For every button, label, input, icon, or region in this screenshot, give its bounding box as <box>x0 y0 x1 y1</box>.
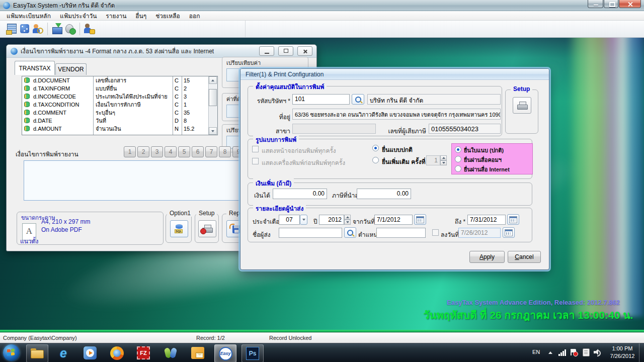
volume-icon[interactable] <box>594 349 602 355</box>
menu-daily-files[interactable]: แฟ้มประจำวัน <box>55 11 101 21</box>
search-icon <box>355 97 361 103</box>
user-search-toolbar-button[interactable] <box>31 22 45 36</box>
language-indicator[interactable]: EN <box>532 349 540 355</box>
list-scrollbar[interactable] <box>208 76 217 135</box>
surcharge-tax-input[interactable]: 0.00 <box>357 189 411 199</box>
tray-clock-date[interactable]: 7/26/2012 <box>606 353 639 359</box>
position-input[interactable] <box>376 228 426 238</box>
toolbar <box>0 21 644 38</box>
taskbar-ie-button[interactable]: e <box>53 344 74 361</box>
surcharge-group: เงินเพิ่ม (ถ้ามี) เงินได้ 0.00 ภาษีที่นำ… <box>248 183 532 206</box>
page-button-8[interactable]: 8 <box>219 146 231 157</box>
taskbar-outlook-button[interactable] <box>187 344 208 361</box>
money-toolbar-button[interactable] <box>63 22 77 36</box>
db-field-icon <box>24 102 30 107</box>
page-button-6[interactable]: 6 <box>192 146 204 157</box>
year-spinner[interactable] <box>344 215 351 225</box>
additional-count-field[interactable]: 1 <box>426 155 440 165</box>
sender-search-button[interactable] <box>344 227 356 238</box>
menu-master-files[interactable]: แฟ้มทะเบียนหลัก <box>2 11 55 21</box>
month-dropdown[interactable]: 07 <box>279 215 300 225</box>
scroll-thumb[interactable] <box>209 89 217 106</box>
show-desktop-divider[interactable] <box>639 343 639 362</box>
company-toolbar-button[interactable] <box>5 22 19 36</box>
field-name: d.INCOMECODE <box>33 93 76 101</box>
column-divider <box>182 76 182 135</box>
company-code-input[interactable]: 101 <box>292 94 350 105</box>
company-search-button[interactable] <box>352 94 364 105</box>
key-icon <box>37 28 43 34</box>
minimize-button[interactable] <box>588 0 603 8</box>
taskbar-filezilla-button[interactable]: FZ <box>133 344 154 361</box>
submit-normal-radio[interactable] <box>372 145 379 151</box>
apply-button[interactable]: Apply <box>469 251 505 263</box>
list-item[interactable]: d.INCOMECODE ประเภทเงินได้พึงประเมินที่จ… <box>22 93 217 101</box>
month-dropdown-button[interactable] <box>300 215 307 225</box>
sql-option-button[interactable]: SQL <box>170 220 188 237</box>
taskbar-photoshop-button[interactable]: Ps <box>242 344 264 362</box>
income-input[interactable]: 0.00 <box>273 189 327 199</box>
printer-setup-button[interactable] <box>198 220 216 237</box>
page-button-1[interactable]: 1 <box>124 146 136 157</box>
via-media-radio[interactable] <box>455 156 461 162</box>
import-toolbar-button[interactable] <box>50 22 64 36</box>
submit-additional-radio[interactable] <box>372 157 379 163</box>
printer-dialog-checkbox[interactable] <box>252 158 259 164</box>
menu-reports[interactable]: รายงาน <box>101 11 131 21</box>
tray-clock-time[interactable]: 1:00 PM <box>606 345 639 351</box>
list-item[interactable]: d.TAXCONDITION เงื่อนไขการหักภาษี C 1 <box>22 101 217 109</box>
cancel-button[interactable]: Cancel <box>508 251 541 263</box>
menu-exit[interactable]: ออก <box>185 11 205 21</box>
to-date-calendar-button[interactable] <box>507 214 519 225</box>
printer-setup-button[interactable] <box>513 97 531 114</box>
sender-input[interactable] <box>279 228 342 238</box>
scroll-down-button[interactable] <box>209 127 217 135</box>
additional-count-spinner[interactable] <box>440 155 447 165</box>
sign-date-calendar-button[interactable] <box>503 227 515 238</box>
window-minimize-button[interactable] <box>259 46 274 56</box>
page-button-2[interactable]: 2 <box>137 146 149 157</box>
taskbar-firefox-button[interactable] <box>106 344 127 361</box>
attachment-normal-radio[interactable] <box>455 146 461 153</box>
page-button-5[interactable]: 5 <box>178 146 190 157</box>
hidden-icons-chevron[interactable] <box>548 351 552 354</box>
taskbar-easytax-button[interactable]: Easy <box>214 344 236 362</box>
tab-vendor[interactable]: VENDOR <box>55 63 87 75</box>
menu-others[interactable]: อื่นๆ <box>131 11 151 21</box>
maximize-button[interactable] <box>604 0 618 8</box>
menu-help[interactable]: ช่วยเหลือ <box>151 11 185 21</box>
window-close-button[interactable] <box>297 46 312 56</box>
page-button-3[interactable]: 3 <box>151 146 163 157</box>
field-desc: เลขที่เอกสาร <box>96 76 126 84</box>
taskbar-explorer-button[interactable] <box>26 344 48 362</box>
taskbar-messenger-button[interactable] <box>160 344 181 361</box>
action-center-flag-icon[interactable] <box>571 349 577 355</box>
list-item[interactable]: d.AMOUNT จำนวนเงิน N 15.2 <box>22 125 217 133</box>
scroll-up-button[interactable] <box>209 76 217 84</box>
taskbar-media-player-button[interactable] <box>79 344 101 361</box>
sql-icon: SQL <box>175 224 184 233</box>
from-date-calendar-button[interactable] <box>414 214 426 225</box>
list-item[interactable]: d.DOCUMENT เลขที่เอกสาร C 15 <box>22 76 217 84</box>
list-item[interactable]: d.TAXINFORM แบบที่ยื่น C 2 <box>22 84 217 93</box>
update-icon[interactable] <box>583 348 590 356</box>
list-item[interactable]: d.DATE วันที่ D 8 <box>22 117 217 125</box>
random-toolbar-button[interactable] <box>18 22 32 36</box>
window-maximize-button[interactable] <box>278 46 293 56</box>
year-input[interactable]: 2012 <box>319 215 344 225</box>
filezilla-icon: FZ <box>137 346 150 359</box>
to-date-input[interactable]: 7/31/2012 <box>467 215 506 225</box>
network-icon[interactable] <box>558 349 566 356</box>
tab-transtax[interactable]: TRANSTAX <box>15 61 55 75</box>
via-internet-radio[interactable] <box>455 165 461 172</box>
from-date-input[interactable]: 7/1/2012 <box>374 215 413 225</box>
sign-date-checkbox[interactable] <box>432 229 439 236</box>
start-button[interactable] <box>3 344 20 361</box>
preview-checkbox[interactable] <box>252 146 259 152</box>
close-button[interactable] <box>619 0 641 8</box>
field-list[interactable]: d.DOCUMENT เลขที่เอกสาร C 15 d.TAXINFORM… <box>22 76 218 135</box>
list-item[interactable]: d.COMMENT ระบุอื่นๆ C 35 <box>22 109 217 117</box>
page-button-7[interactable]: 7 <box>205 146 217 157</box>
user-security-toolbar-button[interactable] <box>83 22 96 36</box>
page-button-4[interactable]: 4 <box>165 146 177 157</box>
